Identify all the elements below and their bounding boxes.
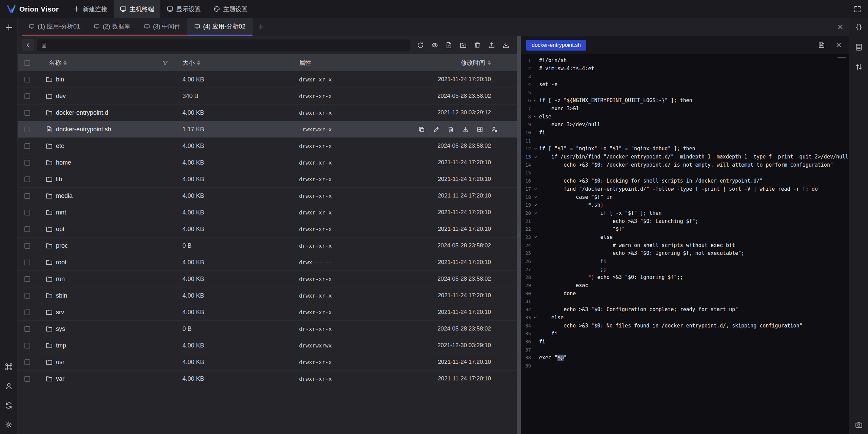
sort-mtime-icon[interactable] [488,60,491,65]
table-row[interactable]: srv4.00 KBdrwxr-xr-x2021-11-24 17:20:10 [18,304,517,321]
file-name[interactable]: docker-entrypoint.d [56,109,108,116]
file-name[interactable]: mnt [56,209,66,216]
delete-button[interactable] [471,39,484,51]
file-name[interactable]: root [56,259,66,266]
add-tab-button[interactable] [253,18,269,36]
table-row[interactable]: proc0 Bdr-xr-xr-x2024-05-28 23:58:02 [18,238,517,254]
table-row[interactable]: tmp4.00 KBdrwxrwxrwx2021-12-30 03:29:10 [18,337,517,354]
fold-chevron-icon[interactable] [533,98,537,103]
row-checkbox[interactable] [24,176,30,182]
row-checkbox[interactable] [24,376,30,382]
terminal-tab-2[interactable]: (2) 数据库 [87,18,137,36]
copy-icon[interactable] [418,126,425,133]
column-size[interactable]: 大小 [182,59,299,67]
new-folder-button[interactable] [457,39,469,51]
row-checkbox[interactable] [24,260,30,265]
table-row[interactable]: usr4.00 KBdrwxr-xr-x2021-11-24 17:20:10 [18,354,517,371]
panel-resize-handle[interactable] [517,36,521,434]
fold-chevron-icon[interactable] [533,195,537,199]
file-name[interactable]: dev [56,93,66,100]
back-button[interactable] [22,39,34,51]
row-checkbox[interactable] [24,359,30,365]
filter-icon[interactable] [162,60,168,66]
row-checkbox[interactable] [24,226,30,232]
row-checkbox[interactable] [24,160,30,166]
row-checkbox[interactable] [24,276,30,282]
path-field[interactable] [50,42,406,49]
table-row[interactable]: etc4.00 KBdrwxr-xr-x2024-05-28 23:58:02 [18,138,517,154]
table-row[interactable]: var4.00 KBdrwxr-xr-x2021-11-24 17:20:10 [18,371,517,387]
show-hidden-button[interactable] [429,39,441,51]
file-name[interactable]: media [56,192,73,200]
table-row[interactable]: home4.00 KBdrwxr-xr-x2021-11-24 17:20:10 [18,154,517,171]
terminal-tab-1[interactable]: (1) 应用-分析01 [22,18,87,36]
move-icon[interactable] [477,126,483,133]
row-checkbox[interactable] [24,193,30,199]
row-checkbox[interactable] [24,326,30,332]
table-row[interactable]: bin4.00 KBdrwxr-xr-x2021-11-24 17:20:10 [18,71,517,88]
screenshot-icon[interactable] [855,421,863,429]
table-row[interactable]: dev340 Bdrwxr-xr-x2024-05-28 23:58:02 [18,88,517,105]
fold-chevron-icon[interactable] [533,203,537,207]
file-name[interactable]: proc [56,242,68,249]
fold-chevron-icon[interactable] [533,187,537,191]
close-panel-icon[interactable] [837,24,844,30]
new-tab-icon[interactable] [5,24,13,31]
sync-icon[interactable] [5,402,13,409]
nav-theme-settings[interactable]: 主题设置 [207,0,254,18]
app-brand[interactable]: Orion Visor [0,0,67,18]
variables-icon[interactable] [855,24,863,31]
nav-host-terminal[interactable]: 主机终端 [114,0,160,18]
file-name[interactable]: etc [56,143,64,150]
editor-file-tab[interactable]: docker-entrypoint.sh [526,40,586,51]
file-name[interactable]: docker-entrypoint.sh [56,126,111,133]
table-row[interactable]: lib4.00 KBdrwxr-xr-x2021-11-24 17:20:10 [18,171,517,188]
file-name[interactable]: opt [56,226,64,233]
notes-icon[interactable] [855,43,863,51]
row-checkbox[interactable] [24,110,30,116]
file-name[interactable]: home [56,159,71,166]
file-name[interactable]: sys [56,325,65,333]
row-checkbox[interactable] [24,143,30,149]
column-name[interactable]: 名称 [37,59,182,67]
close-editor-button[interactable] [833,40,844,50]
table-row[interactable]: mnt4.00 KBdrwxr-xr-x2021-11-24 17:20:10 [18,204,517,221]
file-name[interactable]: var [56,375,64,382]
fold-chevron-icon[interactable] [533,235,537,239]
table-row[interactable]: media4.00 KBdrwxr-xr-x2021-11-24 17:20:1… [18,188,517,204]
shortcuts-icon[interactable] [5,363,13,371]
code-editor[interactable]: 1#!/bin/sh2# vim:sw=4:ts=4:et34set -e56i… [521,54,849,434]
delete-icon[interactable] [448,126,454,133]
file-name[interactable]: tmp [56,342,66,349]
file-name[interactable]: sbin [56,292,67,299]
row-checkbox[interactable] [24,343,30,348]
refresh-button[interactable] [414,39,427,51]
row-checkbox[interactable] [24,293,30,299]
sort-size-icon[interactable] [197,60,200,65]
download-icon[interactable] [462,126,469,133]
download-button[interactable] [500,39,512,51]
select-all-checkbox[interactable] [24,60,30,66]
file-name[interactable]: run [56,276,65,283]
edit-icon[interactable] [433,126,439,133]
new-file-button[interactable] [443,39,455,51]
nav-display-settings[interactable]: 显示设置 [160,0,207,18]
save-button[interactable] [816,40,827,50]
row-checkbox[interactable] [24,93,30,99]
upload-button[interactable] [486,39,498,51]
settings-icon[interactable] [5,421,13,429]
file-name[interactable]: srv [56,309,64,316]
table-row[interactable]: sbin4.00 KBdrwxr-xr-x2021-11-24 17:20:10 [18,287,517,304]
row-checkbox[interactable] [24,77,30,82]
table-row[interactable]: docker-entrypoint.sh1.17 KB-rwxrwxr-x [18,121,517,138]
file-name[interactable]: bin [56,76,64,83]
table-row[interactable]: docker-entrypoint.d4.00 KBdrwxr-xr-x2021… [18,105,517,121]
row-checkbox[interactable] [24,243,30,249]
row-checkbox[interactable] [24,309,30,315]
fold-chevron-icon[interactable] [533,147,537,151]
fold-chevron-icon[interactable] [533,155,537,159]
fullscreen-icon[interactable] [854,5,861,13]
file-name[interactable]: lib [56,176,62,183]
nav-new-connection[interactable]: 新建连接 [67,0,114,18]
sort-name-icon[interactable] [63,60,67,65]
